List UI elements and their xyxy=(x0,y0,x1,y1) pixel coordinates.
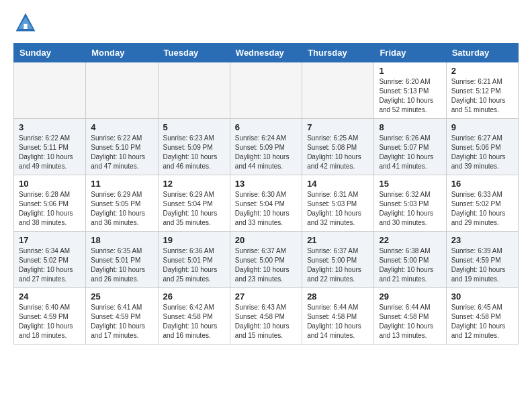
day-number: 6 xyxy=(235,122,297,132)
day-info: Sunrise: 6:29 AM Sunset: 5:04 PM Dayligh… xyxy=(163,190,225,228)
day-info: Sunrise: 6:37 AM Sunset: 5:00 PM Dayligh… xyxy=(235,246,297,284)
day-number: 19 xyxy=(163,235,225,245)
logo xyxy=(13,11,40,35)
day-number: 3 xyxy=(19,122,81,132)
day-info: Sunrise: 6:36 AM Sunset: 5:01 PM Dayligh… xyxy=(163,246,225,284)
day-info: Sunrise: 6:34 AM Sunset: 5:02 PM Dayligh… xyxy=(19,246,81,284)
day-number: 4 xyxy=(91,122,152,132)
day-info: Sunrise: 6:26 AM Sunset: 5:07 PM Dayligh… xyxy=(379,134,441,171)
page: SundayMondayTuesdayWednesdayThursdayFrid… xyxy=(0,0,532,355)
day-number: 11 xyxy=(91,179,152,189)
day-number: 20 xyxy=(235,235,297,245)
calendar-cell: 21Sunrise: 6:37 AM Sunset: 5:00 PM Dayli… xyxy=(302,232,374,288)
calendar-cell: 27Sunrise: 6:43 AM Sunset: 4:58 PM Dayli… xyxy=(230,288,302,345)
day-number: 23 xyxy=(451,235,513,245)
calendar-cell xyxy=(158,62,230,119)
day-number: 2 xyxy=(451,66,513,76)
calendar-cell: 1Sunrise: 6:20 AM Sunset: 5:13 PM Daylig… xyxy=(374,62,446,119)
day-info: Sunrise: 6:20 AM Sunset: 5:13 PM Dayligh… xyxy=(379,77,441,115)
calendar-cell: 29Sunrise: 6:44 AM Sunset: 4:58 PM Dayli… xyxy=(374,288,446,345)
calendar-cell: 3Sunrise: 6:22 AM Sunset: 5:11 PM Daylig… xyxy=(14,119,86,175)
day-number: 22 xyxy=(379,235,441,245)
day-info: Sunrise: 6:43 AM Sunset: 4:58 PM Dayligh… xyxy=(235,303,297,340)
day-info: Sunrise: 6:25 AM Sunset: 5:08 PM Dayligh… xyxy=(307,134,369,171)
day-number: 24 xyxy=(19,291,81,302)
calendar-cell: 5Sunrise: 6:23 AM Sunset: 5:09 PM Daylig… xyxy=(158,119,230,175)
calendar-cell xyxy=(86,62,158,119)
day-info: Sunrise: 6:40 AM Sunset: 4:59 PM Dayligh… xyxy=(19,303,81,340)
day-number: 8 xyxy=(379,122,441,132)
day-info: Sunrise: 6:39 AM Sunset: 4:59 PM Dayligh… xyxy=(451,246,513,284)
calendar-cell: 2Sunrise: 6:21 AM Sunset: 5:12 PM Daylig… xyxy=(446,62,518,119)
weekday-header-saturday: Saturday xyxy=(446,44,518,62)
day-info: Sunrise: 6:22 AM Sunset: 5:10 PM Dayligh… xyxy=(91,134,152,171)
calendar-cell: 6Sunrise: 6:24 AM Sunset: 5:09 PM Daylig… xyxy=(230,119,302,175)
day-info: Sunrise: 6:27 AM Sunset: 5:06 PM Dayligh… xyxy=(451,134,513,171)
week-row-4: 17Sunrise: 6:34 AM Sunset: 5:02 PM Dayli… xyxy=(14,232,519,288)
week-row-1: 1Sunrise: 6:20 AM Sunset: 5:13 PM Daylig… xyxy=(14,62,519,119)
calendar-cell: 18Sunrise: 6:35 AM Sunset: 5:01 PM Dayli… xyxy=(86,232,158,288)
day-info: Sunrise: 6:32 AM Sunset: 5:03 PM Dayligh… xyxy=(379,190,441,228)
calendar-cell: 22Sunrise: 6:38 AM Sunset: 5:00 PM Dayli… xyxy=(374,232,446,288)
weekday-header-tuesday: Tuesday xyxy=(158,44,230,62)
day-info: Sunrise: 6:22 AM Sunset: 5:11 PM Dayligh… xyxy=(19,134,81,171)
calendar-cell: 15Sunrise: 6:32 AM Sunset: 5:03 PM Dayli… xyxy=(374,175,446,232)
day-number: 30 xyxy=(451,291,513,302)
calendar-cell: 23Sunrise: 6:39 AM Sunset: 4:59 PM Dayli… xyxy=(446,232,518,288)
day-number: 16 xyxy=(451,179,513,189)
calendar-cell: 20Sunrise: 6:37 AM Sunset: 5:00 PM Dayli… xyxy=(230,232,302,288)
calendar-cell xyxy=(230,62,302,119)
day-number: 28 xyxy=(307,291,369,302)
calendar-cell: 16Sunrise: 6:33 AM Sunset: 5:02 PM Dayli… xyxy=(446,175,518,232)
day-number: 25 xyxy=(91,291,152,302)
day-info: Sunrise: 6:29 AM Sunset: 5:05 PM Dayligh… xyxy=(91,190,152,228)
day-number: 15 xyxy=(379,179,441,189)
calendar-cell: 8Sunrise: 6:26 AM Sunset: 5:07 PM Daylig… xyxy=(374,119,446,175)
day-number: 1 xyxy=(379,66,441,76)
calendar: SundayMondayTuesdayWednesdayThursdayFrid… xyxy=(13,43,519,345)
day-info: Sunrise: 6:21 AM Sunset: 5:12 PM Dayligh… xyxy=(451,77,513,115)
day-number: 26 xyxy=(163,291,225,302)
day-info: Sunrise: 6:28 AM Sunset: 5:06 PM Dayligh… xyxy=(19,190,81,228)
day-info: Sunrise: 6:44 AM Sunset: 4:58 PM Dayligh… xyxy=(379,303,441,340)
weekday-header-friday: Friday xyxy=(374,44,446,62)
weekday-header-wednesday: Wednesday xyxy=(230,44,302,62)
header xyxy=(13,11,519,35)
calendar-cell: 7Sunrise: 6:25 AM Sunset: 5:08 PM Daylig… xyxy=(302,119,374,175)
day-info: Sunrise: 6:37 AM Sunset: 5:00 PM Dayligh… xyxy=(307,246,369,284)
calendar-cell: 24Sunrise: 6:40 AM Sunset: 4:59 PM Dayli… xyxy=(14,288,86,345)
day-info: Sunrise: 6:24 AM Sunset: 5:09 PM Dayligh… xyxy=(235,134,297,171)
day-number: 18 xyxy=(91,235,152,245)
weekday-header-row: SundayMondayTuesdayWednesdayThursdayFrid… xyxy=(14,44,519,62)
day-info: Sunrise: 6:33 AM Sunset: 5:02 PM Dayligh… xyxy=(451,190,513,228)
week-row-5: 24Sunrise: 6:40 AM Sunset: 4:59 PM Dayli… xyxy=(14,288,519,345)
weekday-header-thursday: Thursday xyxy=(302,44,374,62)
calendar-cell: 14Sunrise: 6:31 AM Sunset: 5:03 PM Dayli… xyxy=(302,175,374,232)
calendar-cell: 12Sunrise: 6:29 AM Sunset: 5:04 PM Dayli… xyxy=(158,175,230,232)
day-number: 14 xyxy=(307,179,369,189)
week-row-3: 10Sunrise: 6:28 AM Sunset: 5:06 PM Dayli… xyxy=(14,175,519,232)
day-number: 27 xyxy=(235,291,297,302)
calendar-cell: 13Sunrise: 6:30 AM Sunset: 5:04 PM Dayli… xyxy=(230,175,302,232)
svg-rect-2 xyxy=(24,24,27,29)
calendar-cell: 17Sunrise: 6:34 AM Sunset: 5:02 PM Dayli… xyxy=(14,232,86,288)
day-info: Sunrise: 6:45 AM Sunset: 4:58 PM Dayligh… xyxy=(451,303,513,340)
calendar-cell: 26Sunrise: 6:42 AM Sunset: 4:58 PM Dayli… xyxy=(158,288,230,345)
day-number: 9 xyxy=(451,122,513,132)
day-number: 10 xyxy=(19,179,81,189)
day-number: 12 xyxy=(163,179,225,189)
day-info: Sunrise: 6:35 AM Sunset: 5:01 PM Dayligh… xyxy=(91,246,152,284)
weekday-header-sunday: Sunday xyxy=(14,44,86,62)
day-info: Sunrise: 6:44 AM Sunset: 4:58 PM Dayligh… xyxy=(307,303,369,340)
day-number: 7 xyxy=(307,122,369,132)
calendar-cell: 11Sunrise: 6:29 AM Sunset: 5:05 PM Dayli… xyxy=(86,175,158,232)
day-info: Sunrise: 6:42 AM Sunset: 4:58 PM Dayligh… xyxy=(163,303,225,340)
day-number: 29 xyxy=(379,291,441,302)
weekday-header-monday: Monday xyxy=(86,44,158,62)
calendar-cell: 4Sunrise: 6:22 AM Sunset: 5:10 PM Daylig… xyxy=(86,119,158,175)
day-number: 17 xyxy=(19,235,81,245)
day-info: Sunrise: 6:41 AM Sunset: 4:59 PM Dayligh… xyxy=(91,303,152,340)
week-row-2: 3Sunrise: 6:22 AM Sunset: 5:11 PM Daylig… xyxy=(14,119,519,175)
calendar-cell: 19Sunrise: 6:36 AM Sunset: 5:01 PM Dayli… xyxy=(158,232,230,288)
calendar-cell: 30Sunrise: 6:45 AM Sunset: 4:58 PM Dayli… xyxy=(446,288,518,345)
